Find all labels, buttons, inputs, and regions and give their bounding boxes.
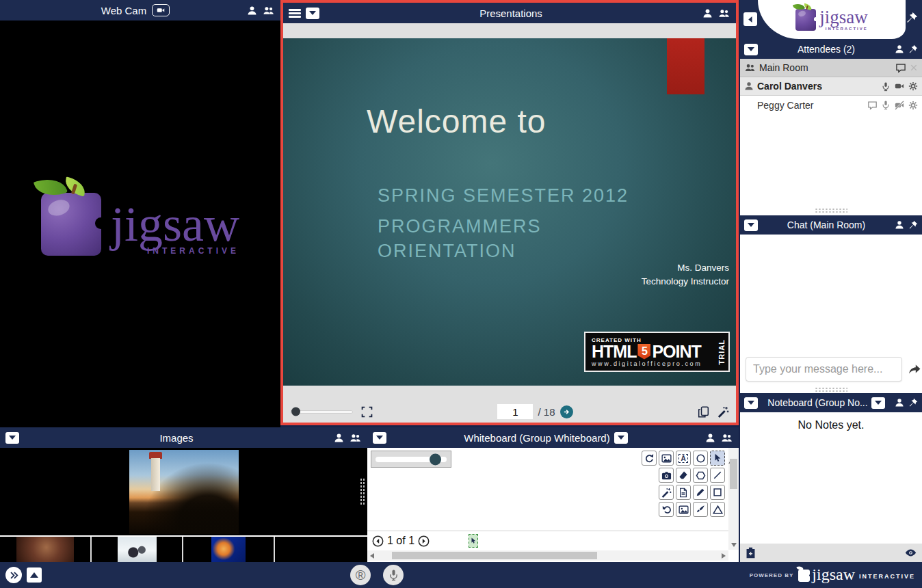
- whiteboard-header[interactable]: Whiteboard (Group Whiteboard): [367, 427, 739, 448]
- menu-icon[interactable]: [289, 9, 301, 18]
- presentations-header[interactable]: Presentations: [283, 3, 736, 23]
- close-icon[interactable]: [910, 64, 918, 72]
- resize-handle[interactable]: [360, 478, 366, 505]
- chat-dropdown-button[interactable]: [744, 219, 758, 231]
- attendee-room-row[interactable]: Main Room: [740, 59, 922, 77]
- add-note-icon[interactable]: [745, 547, 756, 559]
- whiteboard-select-dropdown-button[interactable]: [614, 432, 628, 444]
- rotate-tool-button[interactable]: [642, 451, 657, 466]
- badge-brand-html: HTML: [592, 343, 636, 360]
- highlighter-tool-button[interactable]: [659, 485, 674, 500]
- raise-panel-button[interactable]: [27, 567, 42, 583]
- pin-icon[interactable]: [908, 44, 918, 54]
- group-icon[interactable]: [717, 8, 730, 18]
- presenter-name: Ms. Danvers: [642, 261, 729, 275]
- brand-swoosh: jigsaw INTERACTIVE: [758, 0, 906, 39]
- horizontal-scrollbar-thumb[interactable]: [392, 552, 597, 559]
- noteboard-header[interactable]: Noteboard (Group No...: [740, 393, 922, 412]
- polygon-tool-button[interactable]: [693, 468, 708, 483]
- brush-tool-button[interactable]: [693, 502, 708, 517]
- eye-icon[interactable]: [904, 547, 917, 559]
- gear-icon[interactable]: [908, 101, 918, 110]
- image-thumbnail[interactable]: [183, 537, 275, 562]
- pencil-tool-button[interactable]: [693, 485, 708, 500]
- chat-message-input[interactable]: [746, 357, 902, 382]
- presentations-dropdown-button[interactable]: [306, 8, 319, 19]
- whiteboard-dropdown-button[interactable]: [373, 432, 386, 444]
- rectangle-tool-button[interactable]: [710, 485, 725, 500]
- person-icon[interactable]: [247, 5, 257, 16]
- chat-bubble-icon[interactable]: [895, 63, 906, 73]
- attendee-row[interactable]: Carol Danvers: [740, 77, 922, 96]
- line-tool-button[interactable]: [710, 468, 725, 483]
- images-dropdown-button[interactable]: [5, 432, 19, 444]
- mic-icon[interactable]: [881, 81, 891, 92]
- brush-size-slider[interactable]: [371, 451, 451, 468]
- copy-slide-icon[interactable]: [698, 406, 709, 418]
- vertical-scrollbar-thumb[interactable]: [730, 459, 737, 489]
- attendees-dropdown-button[interactable]: [744, 44, 758, 55]
- zoom-slider[interactable]: [290, 410, 353, 414]
- person-icon[interactable]: [895, 44, 904, 54]
- eraser-tool-button[interactable]: [676, 468, 691, 483]
- person-icon[interactable]: [334, 433, 344, 443]
- gear-icon[interactable]: [908, 81, 918, 91]
- send-message-icon[interactable]: [908, 363, 921, 375]
- noteboard-dropdown-button[interactable]: [744, 397, 758, 409]
- pin-icon[interactable]: [908, 398, 918, 407]
- resize-handle[interactable]: [815, 208, 847, 214]
- document-tool-button[interactable]: [676, 485, 691, 500]
- resize-handle[interactable]: [815, 387, 847, 393]
- select-tool-button[interactable]: [710, 451, 725, 466]
- collapse-sidebar-button[interactable]: [743, 12, 757, 26]
- thumbnail-jellyfish[interactable]: [211, 537, 246, 562]
- selected-image-lighthouse: [129, 450, 239, 534]
- insert-image-tool-button[interactable]: [659, 451, 674, 466]
- zoom-slider-thumb[interactable]: [291, 407, 300, 416]
- webcam-off-icon[interactable]: [894, 101, 905, 110]
- mic-icon[interactable]: [881, 100, 891, 110]
- whiteboard-canvas[interactable]: A 1 of 1: [367, 448, 739, 562]
- microphone-button[interactable]: [383, 565, 404, 585]
- thumbnail-hockey[interactable]: [118, 537, 157, 562]
- chat-header[interactable]: Chat (Main Room): [740, 215, 922, 235]
- horizontal-scrollbar[interactable]: [367, 550, 728, 561]
- background-image-tool-button[interactable]: [676, 502, 691, 517]
- person-icon[interactable]: [705, 433, 715, 443]
- next-page-icon[interactable]: [418, 535, 430, 547]
- chat-bubble-icon[interactable]: [867, 101, 878, 110]
- image-thumbnail[interactable]: [92, 537, 183, 562]
- webcam-icon[interactable]: [894, 81, 905, 91]
- fullscreen-icon[interactable]: [361, 406, 373, 418]
- pin-icon[interactable]: [906, 12, 918, 24]
- thumbnail-restaurant[interactable]: [16, 537, 74, 562]
- ellipse-tool-button[interactable]: [693, 451, 708, 466]
- triangle-tool-button[interactable]: [710, 502, 725, 517]
- image-thumbnail[interactable]: [0, 537, 92, 562]
- group-icon[interactable]: [262, 5, 275, 16]
- previous-page-icon[interactable]: [372, 535, 384, 547]
- attendee-row[interactable]: Peggy Carter: [740, 96, 922, 114]
- text-tool-button[interactable]: A: [676, 451, 691, 466]
- noteboard-select-dropdown-button[interactable]: [871, 397, 885, 409]
- pin-icon[interactable]: [908, 220, 918, 230]
- group-icon[interactable]: [720, 433, 733, 443]
- whiteboard-page-thumbnail[interactable]: [469, 534, 478, 548]
- undo-tool-button[interactable]: [659, 502, 674, 517]
- brush-size-slider-thumb[interactable]: [430, 453, 441, 465]
- record-symbol: ®: [356, 567, 366, 583]
- expand-tray-button[interactable]: [5, 567, 22, 583]
- record-button[interactable]: ®: [350, 565, 371, 585]
- person-icon[interactable]: [895, 398, 904, 407]
- vertical-scrollbar[interactable]: [728, 448, 739, 550]
- annotate-wand-icon[interactable]: [717, 406, 729, 418]
- attendees-header[interactable]: Attendees (2): [740, 40, 922, 59]
- next-slide-button[interactable]: [560, 405, 573, 418]
- snapshot-tool-button[interactable]: [659, 468, 674, 483]
- page-number-input[interactable]: [497, 404, 533, 419]
- person-icon[interactable]: [895, 220, 904, 230]
- webcam-header[interactable]: Web Cam: [0, 0, 280, 21]
- person-icon[interactable]: [702, 8, 713, 18]
- images-header[interactable]: Images: [0, 427, 367, 448]
- group-icon[interactable]: [349, 433, 362, 443]
